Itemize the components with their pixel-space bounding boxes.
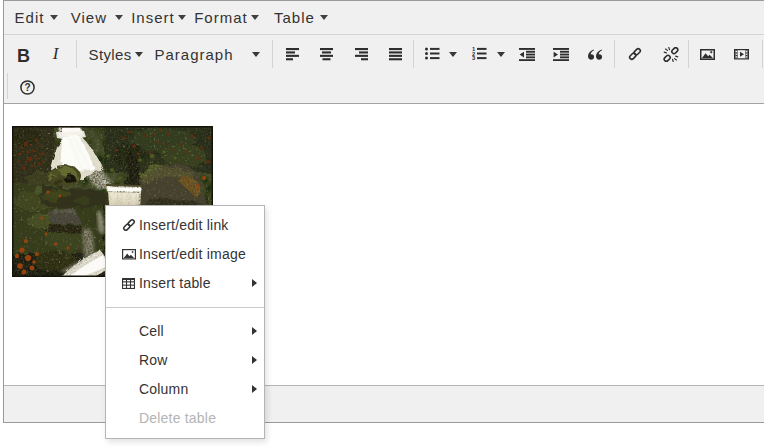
svg-text:3: 3 xyxy=(472,55,476,60)
svg-text:?: ? xyxy=(24,82,30,93)
